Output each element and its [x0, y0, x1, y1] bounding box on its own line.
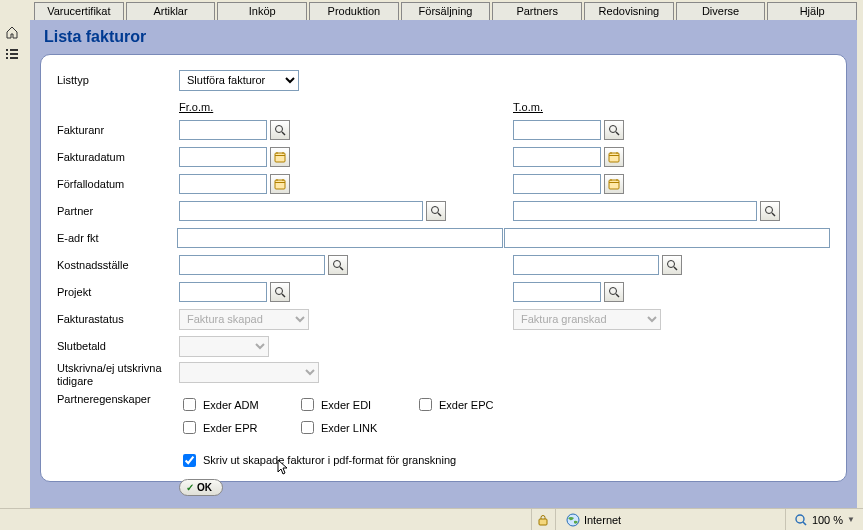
forfallodatum-to-calendar-button[interactable]: [604, 174, 624, 194]
fakturastatus-from-select: Faktura skapad: [179, 309, 309, 330]
label-slutbetald: Slutbetald: [57, 340, 179, 352]
fakturanr-to-lookup-button[interactable]: [604, 120, 624, 140]
status-bar: Internet 100 % ▼: [0, 508, 863, 530]
fakturanr-to-input[interactable]: [513, 120, 601, 140]
listtyp-select[interactable]: Slutföra fakturor: [179, 70, 299, 91]
lock-icon: [537, 514, 549, 526]
check-icon: ✓: [186, 482, 194, 493]
label-eadr: E-adr fkt: [57, 232, 177, 244]
fakturadatum-to-calendar-button[interactable]: [604, 147, 624, 167]
calendar-icon: [608, 151, 620, 163]
svg-point-8: [610, 126, 617, 133]
svg-point-6: [276, 126, 283, 133]
svg-rect-2: [6, 53, 8, 55]
eadr-to-input[interactable]: [504, 228, 830, 248]
label-partner: Partner: [57, 205, 179, 217]
partner-to-input[interactable]: [513, 201, 757, 221]
tab-inkop[interactable]: Inköp: [217, 2, 307, 20]
fakturanr-from-lookup-button[interactable]: [270, 120, 290, 140]
svg-point-30: [334, 261, 341, 268]
svg-rect-38: [539, 519, 547, 525]
status-zoom: 100 %: [812, 514, 843, 526]
tab-redovisning[interactable]: Redovisning: [584, 2, 674, 20]
label-listtyp: Listtyp: [57, 74, 179, 86]
tab-artiklar[interactable]: Artiklar: [126, 2, 216, 20]
tab-forsaljning[interactable]: Försäljning: [401, 2, 491, 20]
zoom-icon: [794, 513, 808, 527]
left-nav: [4, 24, 26, 62]
label-projekt: Projekt: [57, 286, 179, 298]
tab-varucertifikat[interactable]: Varucertifikat: [34, 2, 124, 20]
forfallodatum-from-calendar-button[interactable]: [270, 174, 290, 194]
kostnadsstalle-to-lookup-button[interactable]: [662, 255, 682, 275]
svg-rect-4: [6, 57, 8, 59]
svg-rect-22: [609, 180, 619, 189]
fakturadatum-to-input[interactable]: [513, 147, 601, 167]
prop-exder-link[interactable]: Exder LINK: [297, 418, 397, 437]
label-kostnadsstalle: Kostnadsställe: [57, 259, 179, 271]
svg-point-34: [276, 288, 283, 295]
partner-to-lookup-button[interactable]: [760, 201, 780, 221]
svg-rect-10: [275, 153, 285, 162]
label-from: Fr.o.m.: [179, 101, 213, 113]
tab-hjalp[interactable]: Hjälp: [767, 2, 857, 20]
partner-from-lookup-button[interactable]: [426, 201, 446, 221]
svg-point-40: [796, 515, 804, 523]
label-fakturastatus: Fakturastatus: [57, 313, 179, 325]
svg-line-41: [803, 522, 806, 525]
svg-line-31: [340, 267, 343, 270]
calendar-icon: [274, 178, 286, 190]
main-tabs: Varucertifikat Artiklar Inköp Produktion…: [0, 0, 863, 20]
print-pdf-checkbox[interactable]: Skriv ut skapade fakturor i pdf-format f…: [179, 451, 456, 470]
svg-point-36: [610, 288, 617, 295]
search-icon: [666, 259, 678, 271]
zoom-chevron-icon[interactable]: ▼: [847, 515, 855, 524]
svg-line-27: [438, 213, 441, 216]
svg-line-33: [674, 267, 677, 270]
tab-diverse[interactable]: Diverse: [676, 2, 766, 20]
label-forfallodatum: Förfallodatum: [57, 178, 179, 190]
label-partneregenskaper: Partneregenskaper: [57, 393, 179, 405]
search-icon: [274, 286, 286, 298]
partner-from-input[interactable]: [179, 201, 423, 221]
forfallodatum-from-input[interactable]: [179, 174, 267, 194]
fakturadatum-from-calendar-button[interactable]: [270, 147, 290, 167]
kostnadsstalle-from-input[interactable]: [179, 255, 325, 275]
content-area: Lista fakturor Listtyp Slutföra fakturor…: [30, 20, 857, 508]
home-icon[interactable]: [4, 24, 20, 40]
forfallodatum-to-input[interactable]: [513, 174, 601, 194]
search-icon: [608, 286, 620, 298]
svg-line-29: [772, 213, 775, 216]
prop-exder-edi[interactable]: Exder EDI: [297, 395, 397, 414]
svg-rect-18: [275, 180, 285, 189]
projekt-from-input[interactable]: [179, 282, 267, 302]
fakturastatus-to-select: Faktura granskad: [513, 309, 661, 330]
tab-produktion[interactable]: Produktion: [309, 2, 399, 20]
svg-point-39: [567, 514, 579, 526]
list-icon[interactable]: [4, 46, 20, 62]
tab-partners[interactable]: Partners: [492, 2, 582, 20]
slutbetald-select: [179, 336, 269, 357]
fakturanr-from-input[interactable]: [179, 120, 267, 140]
svg-point-26: [432, 207, 439, 214]
kostnadsstalle-to-input[interactable]: [513, 255, 659, 275]
prop-exder-epr[interactable]: Exder EPR: [179, 418, 279, 437]
ok-button[interactable]: ✓ OK: [179, 479, 223, 496]
utskrivna-select: [179, 362, 319, 383]
filter-panel: Listtyp Slutföra fakturor Fr.o.m. T.o.m.…: [40, 54, 847, 482]
calendar-icon: [608, 178, 620, 190]
svg-rect-0: [6, 49, 8, 51]
eadr-from-input[interactable]: [177, 228, 503, 248]
projekt-to-input[interactable]: [513, 282, 601, 302]
prop-exder-epc[interactable]: Exder EPC: [415, 395, 515, 414]
search-icon: [430, 205, 442, 217]
status-zone: Internet: [584, 514, 621, 526]
prop-exder-adm[interactable]: Exder ADM: [179, 395, 279, 414]
search-icon: [608, 124, 620, 136]
kostnadsstalle-from-lookup-button[interactable]: [328, 255, 348, 275]
fakturadatum-from-input[interactable]: [179, 147, 267, 167]
svg-rect-3: [10, 53, 18, 55]
page-title: Lista fakturor: [44, 28, 847, 46]
projekt-to-lookup-button[interactable]: [604, 282, 624, 302]
projekt-from-lookup-button[interactable]: [270, 282, 290, 302]
